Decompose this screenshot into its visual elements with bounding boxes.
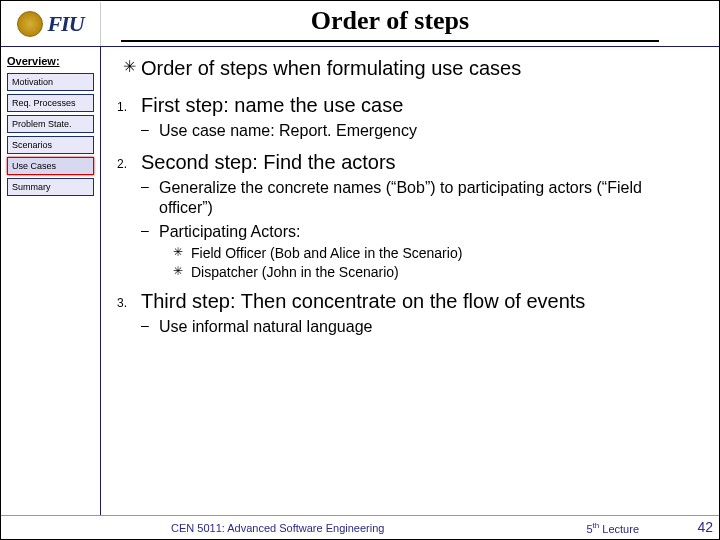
actor-2-text: Dispatcher (John in the Scenario) [191, 264, 699, 280]
step-1-text: First step: name the use case [141, 94, 699, 117]
step-2: 2. Second step: Find the actors [117, 151, 699, 174]
lecture-word: Lecture [599, 522, 639, 534]
actor-1-text: Field Officer (Bob and Alice in the Scen… [191, 245, 699, 261]
step-3-num: 3. [117, 290, 141, 313]
step-2-sub-b-text: Participating Actors: [159, 222, 699, 242]
sidebar-item-req-processes[interactable]: Req. Processes [7, 94, 94, 112]
dash-icon: – [141, 121, 159, 141]
step-2-sub-a: – Generalize the concrete names (“Bob”) … [141, 178, 699, 218]
step-3-sub-text: Use informal natural language [159, 317, 699, 337]
content: ✳ Order of steps when formulating use ca… [101, 47, 719, 515]
step-3: 3. Third step: Then concentrate on the f… [117, 290, 699, 313]
star-icon: ✳ [173, 245, 191, 261]
header: FIU Order of steps [1, 1, 719, 47]
step-3-text: Third step: Then concentrate on the flow… [141, 290, 699, 313]
footer-course: CEN 5011: Advanced Software Engineering [171, 522, 384, 534]
body: Overview: Motivation Req. Processes Prob… [1, 47, 719, 515]
intro-text: Order of steps when formulating use case… [141, 57, 699, 80]
logo: FIU [1, 2, 101, 46]
sidebar-item-use-cases[interactable]: Use Cases [7, 157, 94, 175]
footer-lecture: 5th Lecture [586, 521, 639, 535]
step-2-text: Second step: Find the actors [141, 151, 699, 174]
actor-2: ✳ Dispatcher (John in the Scenario) [173, 264, 699, 280]
step-1: 1. First step: name the use case [117, 94, 699, 117]
seal-icon [17, 11, 43, 37]
step-2-sub-a-text: Generalize the concrete names (“Bob”) to… [159, 178, 699, 218]
sidebar-item-summary[interactable]: Summary [7, 178, 94, 196]
actor-1: ✳ Field Officer (Bob and Alice in the Sc… [173, 245, 699, 261]
step-3-sub: – Use informal natural language [141, 317, 699, 337]
star-icon: ✳ [173, 264, 191, 280]
step-1-sub: – Use case name: Report. Emergency [141, 121, 699, 141]
intro-bullet: ✳ Order of steps when formulating use ca… [117, 57, 699, 80]
page-title: Order of steps [121, 6, 659, 42]
dash-icon: – [141, 178, 159, 218]
page-number: 42 [697, 519, 713, 535]
dash-icon: – [141, 222, 159, 242]
sidebar-item-scenarios[interactable]: Scenarios [7, 136, 94, 154]
step-2-num: 2. [117, 151, 141, 174]
logo-text: FIU [47, 11, 83, 37]
sidebar-item-motivation[interactable]: Motivation [7, 73, 94, 91]
dash-icon: – [141, 317, 159, 337]
star-icon: ✳ [117, 57, 141, 80]
sidebar-heading: Overview: [7, 55, 94, 67]
slide: FIU Order of steps Overview: Motivation … [0, 0, 720, 540]
step-2-sub-b: – Participating Actors: [141, 222, 699, 242]
step-1-sub-text: Use case name: Report. Emergency [159, 121, 699, 141]
footer: CEN 5011: Advanced Software Engineering … [1, 515, 719, 539]
sidebar: Overview: Motivation Req. Processes Prob… [1, 47, 101, 515]
step-1-num: 1. [117, 94, 141, 117]
sidebar-item-problem-state[interactable]: Problem State. [7, 115, 94, 133]
